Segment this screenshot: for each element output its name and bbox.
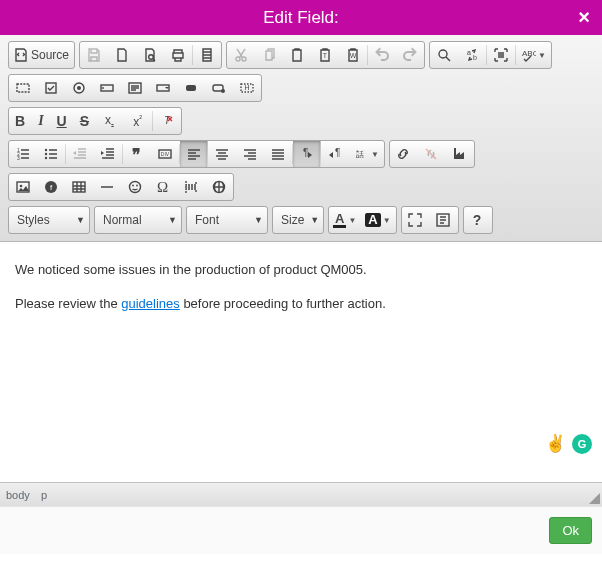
table-button[interactable]: [65, 174, 93, 200]
radio-button[interactable]: [65, 75, 93, 101]
svg-point-1: [236, 57, 240, 61]
specialchar-button[interactable]: Ω: [149, 174, 177, 200]
svg-text:b: b: [473, 54, 477, 61]
align-center-button[interactable]: [208, 141, 236, 167]
align-right-button[interactable]: [236, 141, 264, 167]
anchor-button[interactable]: [446, 141, 474, 167]
button-field-button[interactable]: [177, 75, 205, 101]
paragraph-2b: before proceeding to further action.: [180, 296, 386, 311]
underline-button[interactable]: U: [51, 108, 74, 134]
textfield-button[interactable]: [93, 75, 121, 101]
blockquote-button[interactable]: ❞: [123, 141, 151, 167]
bold-button[interactable]: B: [9, 108, 32, 134]
indent-button[interactable]: [94, 141, 122, 167]
unlink-button[interactable]: [418, 141, 446, 167]
iframe-button[interactable]: [205, 174, 233, 200]
align-left-button[interactable]: [180, 141, 208, 167]
paste-text-button[interactable]: T: [311, 42, 339, 68]
path-body[interactable]: body: [6, 489, 30, 501]
bulleted-list-button[interactable]: [37, 141, 65, 167]
smiley-button[interactable]: [121, 174, 149, 200]
superscript-button[interactable]: x²: [124, 108, 152, 134]
select-button[interactable]: [149, 75, 177, 101]
paste-button[interactable]: [283, 42, 311, 68]
hr-button[interactable]: [93, 174, 121, 200]
redo-button[interactable]: [396, 42, 424, 68]
copy-button[interactable]: [255, 42, 283, 68]
svg-point-38: [129, 182, 140, 193]
new-page-button[interactable]: [108, 42, 136, 68]
imagebutton-button[interactable]: [205, 75, 233, 101]
remove-format-button[interactable]: T: [153, 108, 181, 134]
resize-handle[interactable]: [589, 493, 600, 504]
help-button[interactable]: ?: [464, 207, 492, 233]
svg-point-18: [221, 89, 225, 93]
hiddenfield-button[interactable]: H: [233, 75, 261, 101]
size-combo[interactable]: Size▼: [272, 206, 324, 234]
show-blocks-button[interactable]: [430, 207, 458, 233]
guidelines-link[interactable]: guidelines: [121, 296, 180, 311]
svg-text:W: W: [349, 52, 356, 59]
select-all-button[interactable]: [487, 42, 515, 68]
maximize-button[interactable]: [402, 207, 430, 233]
svg-text:ABC: ABC: [522, 49, 536, 58]
styles-combo[interactable]: Styles▼: [8, 206, 90, 234]
dialog-titlebar: Edit Field: ×: [0, 0, 602, 35]
ok-button[interactable]: Ok: [549, 517, 592, 544]
svg-point-34: [19, 185, 22, 188]
svg-text:T: T: [164, 115, 171, 126]
svg-text:話: 話: [356, 150, 364, 159]
save-button[interactable]: [80, 42, 108, 68]
spellcheck-button[interactable]: ABC▼: [516, 42, 551, 68]
source-label: Source: [31, 48, 69, 62]
form-button[interactable]: [9, 75, 37, 101]
templates-button[interactable]: [193, 42, 221, 68]
numbered-list-button[interactable]: 123: [9, 141, 37, 167]
ltr-button[interactable]: ¶: [293, 141, 321, 167]
font-combo[interactable]: Font▼: [186, 206, 268, 234]
svg-text:DIV: DIV: [160, 151, 169, 157]
grammarly-icon[interactable]: G: [572, 434, 592, 454]
image-button[interactable]: [9, 174, 37, 200]
rtl-button[interactable]: ¶: [321, 141, 349, 167]
svg-rect-37: [73, 182, 85, 192]
undo-button[interactable]: [368, 42, 396, 68]
source-button[interactable]: Source: [9, 42, 74, 68]
svg-point-27: [44, 157, 46, 159]
svg-point-2: [242, 57, 246, 61]
div-container-button[interactable]: DIV: [151, 141, 179, 167]
path-p[interactable]: p: [41, 489, 47, 501]
editor-content[interactable]: We noticed some issues in the production…: [0, 242, 602, 482]
link-button[interactable]: [390, 141, 418, 167]
svg-text:¶: ¶: [303, 147, 308, 158]
pagebreak-button[interactable]: [177, 174, 205, 200]
format-combo[interactable]: Normal▼: [94, 206, 182, 234]
cut-button[interactable]: [227, 42, 255, 68]
checkbox-button[interactable]: [37, 75, 65, 101]
strike-button[interactable]: S: [74, 108, 96, 134]
italic-button[interactable]: I: [32, 108, 50, 134]
flash-button[interactable]: f: [37, 174, 65, 200]
textarea-button[interactable]: [121, 75, 149, 101]
close-button[interactable]: ×: [578, 6, 590, 29]
svg-text:H: H: [244, 84, 249, 91]
svg-rect-9: [17, 84, 29, 92]
styles-label: Styles: [17, 213, 50, 227]
outdent-button[interactable]: [66, 141, 94, 167]
subscript-button[interactable]: x₂: [96, 108, 124, 134]
bg-color-button[interactable]: A▼: [361, 207, 395, 233]
justify-button[interactable]: [264, 141, 292, 167]
language-button[interactable]: 話▼: [349, 141, 384, 167]
paste-word-button[interactable]: W: [339, 42, 367, 68]
paragraph-1: We noticed some issues in the production…: [15, 262, 367, 277]
replace-button[interactable]: ab: [458, 42, 486, 68]
grammarly-widget: ✌️ G: [545, 433, 592, 454]
find-button[interactable]: [430, 42, 458, 68]
preview-button[interactable]: [136, 42, 164, 68]
format-label: Normal: [103, 213, 142, 227]
print-button[interactable]: [164, 42, 192, 68]
svg-point-12: [77, 86, 81, 90]
dialog-title: Edit Field:: [263, 8, 339, 28]
text-color-button[interactable]: A▼: [329, 207, 361, 233]
svg-point-5: [439, 50, 447, 58]
